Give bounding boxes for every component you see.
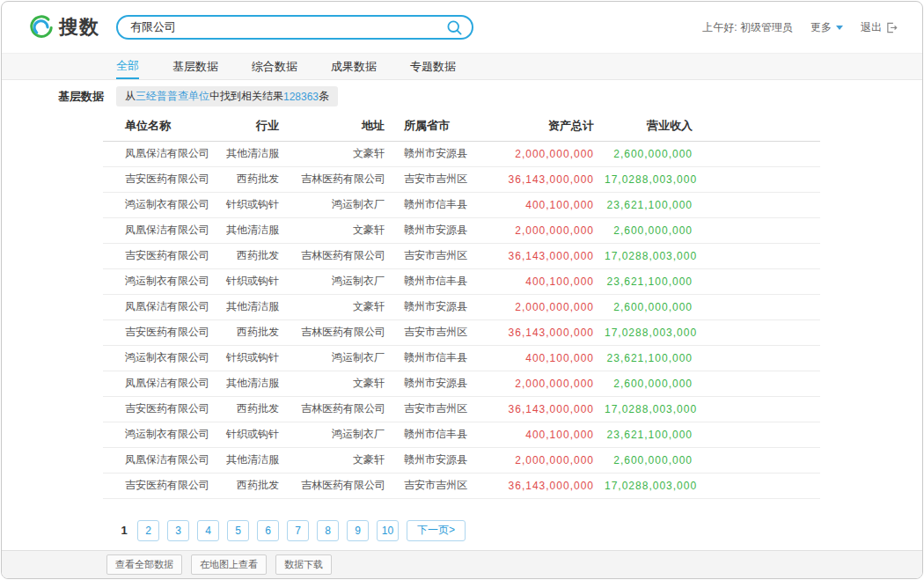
logout-button[interactable]: 退出 bbox=[861, 20, 898, 35]
column-header: 单位名称 bbox=[103, 112, 226, 141]
table-row: 凤凰保洁有限公司其他清洁服文豪轩赣州市安源县2,000,000,0002,600… bbox=[103, 371, 820, 396]
logout-label: 退出 bbox=[861, 20, 882, 35]
table-row: 凤凰保洁有限公司其他清洁服文豪轩赣州市安源县2,000,000,0002,600… bbox=[103, 141, 820, 166]
tab-comprehensive-data[interactable]: 综合数据 bbox=[252, 54, 297, 79]
table-cell: 吉安医药有限公司 bbox=[103, 243, 226, 268]
page-button-5[interactable]: 5 bbox=[227, 520, 249, 541]
table-cell: 吉林医药有限公司 bbox=[301, 396, 402, 422]
table-row: 凤凰保洁有限公司其他清洁服文豪轩赣州市安源县2,000,000,0002,600… bbox=[103, 294, 820, 319]
table-cell: 2,000,000,000 bbox=[508, 294, 605, 319]
more-label: 更多 bbox=[810, 20, 832, 35]
table-row: 鸿运制衣有限公司针织或钩针鸿运制衣厂赣州市信丰县400,100,00023,62… bbox=[103, 268, 820, 294]
result-row: 基层数据 从 三经普普查单位 中找到相关结果 128363 条 bbox=[2, 80, 922, 112]
column-header: 所属省市 bbox=[402, 112, 508, 141]
table-cell: 赣州市信丰县 bbox=[402, 268, 508, 294]
table-cell: 鸿运制衣厂 bbox=[301, 345, 402, 371]
table-cell: 400,100,000 bbox=[508, 268, 605, 294]
tab-all[interactable]: 全部 bbox=[116, 54, 139, 79]
pagination: 12345678910下一页> bbox=[119, 520, 922, 541]
table-cell: 文豪轩 bbox=[301, 294, 402, 319]
table-cell: 17,0288,003,000 bbox=[605, 319, 820, 345]
table-cell: 鸿运制衣有限公司 bbox=[103, 345, 226, 371]
table-cell: 针织或钩针 bbox=[226, 422, 301, 447]
table-cell: 针织或钩针 bbox=[226, 345, 301, 371]
tab-achievement-data[interactable]: 成果数据 bbox=[331, 54, 377, 79]
table-cell: 西药批发 bbox=[226, 473, 301, 498]
page-button-6[interactable]: 6 bbox=[257, 520, 279, 541]
table-cell: 其他清洁服 bbox=[226, 217, 301, 243]
page-button-1[interactable]: 1 bbox=[119, 524, 129, 537]
table-row: 凤凰保洁有限公司其他清洁服文豪轩赣州市安源县2,000,000,0002,600… bbox=[103, 447, 820, 473]
table-cell: 36,143,000,000 bbox=[508, 166, 605, 192]
app-header: 搜数 上午好: 初级管理员 更多 退出 bbox=[2, 2, 922, 53]
table-cell: 其他清洁服 bbox=[226, 447, 301, 473]
table-cell: 赣州市信丰县 bbox=[402, 345, 508, 371]
app-window: 搜数 上午好: 初级管理员 更多 退出 bbox=[1, 1, 923, 579]
view-on-map-button[interactable]: 在地图上查看 bbox=[191, 554, 267, 575]
more-menu[interactable]: 更多 bbox=[810, 20, 843, 35]
table-cell: 吉安医药有限公司 bbox=[103, 473, 226, 498]
table-row: 吉安医药有限公司西药批发吉林医药有限公司吉安市吉州区36,143,000,000… bbox=[103, 473, 820, 498]
result-count: 128363 bbox=[283, 91, 319, 103]
table-cell: 吉安医药有限公司 bbox=[103, 319, 226, 345]
results-table: 单位名称行业地址所属省市资产总计营业收入 凤凰保洁有限公司其他清洁服文豪轩赣州市… bbox=[103, 112, 820, 499]
table-cell: 其他清洁服 bbox=[226, 141, 301, 166]
table-row: 鸿运制衣有限公司针织或钩针鸿运制衣厂赣州市信丰县400,100,00023,62… bbox=[103, 422, 820, 447]
column-header: 营业收入 bbox=[605, 112, 820, 141]
table-cell: 西药批发 bbox=[226, 166, 301, 192]
table-cell: 赣州市安源县 bbox=[402, 141, 508, 166]
table-cell: 吉安医药有限公司 bbox=[103, 396, 226, 422]
table-cell: 其他清洁服 bbox=[226, 294, 301, 319]
logout-icon bbox=[886, 22, 898, 33]
column-header: 资产总计 bbox=[508, 112, 605, 141]
table-cell: 鸿运制衣有限公司 bbox=[103, 192, 226, 217]
header-right: 上午好: 初级管理员 更多 退出 bbox=[702, 20, 898, 35]
table-cell: 吉安市吉州区 bbox=[402, 166, 508, 192]
page-button-2[interactable]: 2 bbox=[137, 520, 159, 541]
tab-topic-data[interactable]: 专题数据 bbox=[410, 54, 456, 79]
table-cell: 鸿运制衣厂 bbox=[301, 268, 402, 294]
result-suffix: 条 bbox=[319, 89, 329, 104]
search-box[interactable] bbox=[116, 15, 473, 40]
search-input[interactable] bbox=[130, 21, 446, 34]
next-page-button[interactable]: 下一页> bbox=[407, 520, 466, 541]
table-cell: 赣州市信丰县 bbox=[402, 192, 508, 217]
table-cell: 鸿运制衣有限公司 bbox=[103, 268, 226, 294]
table-cell: 鸿运制衣厂 bbox=[301, 192, 402, 217]
view-all-data-button[interactable]: 查看全部数据 bbox=[106, 554, 182, 575]
table-cell: 36,143,000,000 bbox=[508, 473, 605, 498]
section-label: 基层数据 bbox=[58, 89, 104, 105]
page-button-3[interactable]: 3 bbox=[167, 520, 189, 541]
user-greeting: 上午好: 初级管理员 bbox=[702, 20, 793, 35]
table-row: 吉安医药有限公司西药批发吉林医药有限公司吉安市吉州区36,143,000,000… bbox=[103, 166, 820, 192]
data-download-button[interactable]: 数据下载 bbox=[275, 554, 332, 575]
search-icon[interactable] bbox=[446, 19, 463, 36]
table-row: 吉安医药有限公司西药批发吉林医药有限公司吉安市吉州区36,143,000,000… bbox=[103, 243, 820, 268]
page-button-8[interactable]: 8 bbox=[317, 520, 339, 541]
page-button-9[interactable]: 9 bbox=[347, 520, 369, 541]
table-cell: 赣州市信丰县 bbox=[402, 422, 508, 447]
table-cell: 赣州市安源县 bbox=[402, 294, 508, 319]
table-cell: 2,000,000,000 bbox=[508, 141, 605, 166]
table-cell: 文豪轩 bbox=[301, 217, 402, 243]
table-cell: 吉林医药有限公司 bbox=[301, 319, 402, 345]
page-button-7[interactable]: 7 bbox=[287, 520, 309, 541]
table-cell: 吉安医药有限公司 bbox=[103, 166, 226, 192]
column-header: 行业 bbox=[226, 112, 301, 141]
tab-basic-data[interactable]: 基层数据 bbox=[172, 54, 218, 79]
table-cell: 赣州市安源县 bbox=[402, 217, 508, 243]
table-cell: 2,000,000,000 bbox=[508, 217, 605, 243]
table-cell: 凤凰保洁有限公司 bbox=[103, 371, 226, 396]
logo-icon bbox=[28, 14, 55, 40]
source-link[interactable]: 三经普普查单位 bbox=[136, 89, 209, 104]
chevron-down-icon bbox=[836, 26, 843, 30]
table-cell: 400,100,000 bbox=[508, 192, 605, 217]
page-button-10[interactable]: 10 bbox=[377, 520, 399, 541]
table-row: 凤凰保洁有限公司其他清洁服文豪轩赣州市安源县2,000,000,0002,600… bbox=[103, 217, 820, 243]
table-cell: 2,600,000,000 bbox=[605, 371, 820, 396]
table-header-row: 单位名称行业地址所属省市资产总计营业收入 bbox=[103, 112, 820, 141]
table-cell: 吉林医药有限公司 bbox=[301, 166, 402, 192]
page-button-4[interactable]: 4 bbox=[197, 520, 219, 541]
result-summary: 从 三经普普查单位 中找到相关结果 128363 条 bbox=[116, 86, 338, 106]
table-cell: 2,000,000,000 bbox=[508, 447, 605, 473]
